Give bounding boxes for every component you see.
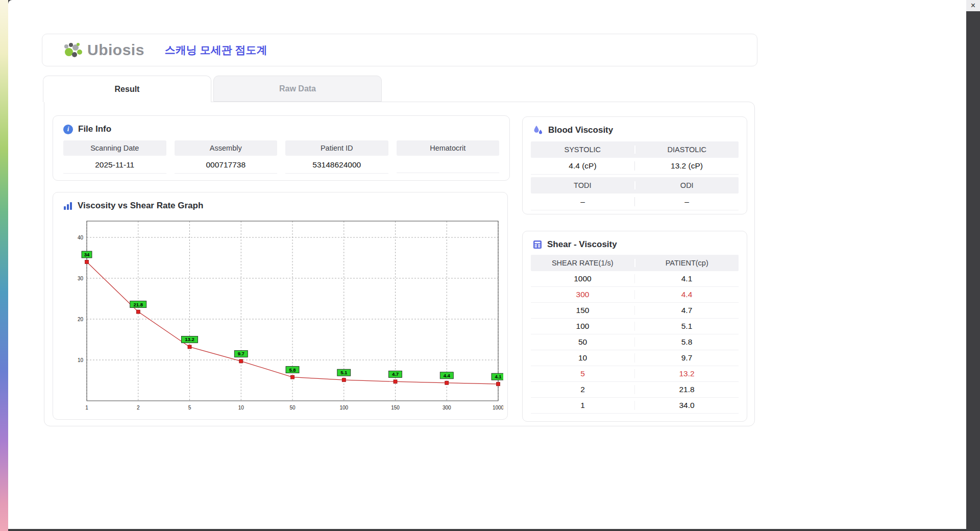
- bv-header-row: SYSTOLIC DIASTOLIC: [531, 141, 739, 158]
- shear-viscosity-title: Shear - Viscosity: [547, 239, 617, 250]
- file-info-card: i File Info Scanning Date 2025-11-11 Ass…: [53, 115, 510, 181]
- desktop-edge-right: [966, 0, 980, 531]
- field-value: 53148624000: [285, 156, 388, 174]
- svg-text:10: 10: [78, 357, 84, 363]
- titlebar-close-area: ×: [966, 0, 980, 11]
- sv-patient: 4.7: [635, 306, 739, 315]
- bv-label-todi: TODI: [531, 181, 635, 189]
- svg-text:4.1: 4.1: [495, 374, 502, 379]
- svg-text:1000: 1000: [493, 405, 503, 411]
- bv-header-row: TODI ODI: [531, 177, 739, 194]
- svg-text:150: 150: [391, 405, 400, 411]
- table-row: 100 5.1: [531, 319, 739, 334]
- sv-patient: 4.1: [635, 274, 739, 283]
- ubiosis-logo: Ubiosis: [63, 40, 144, 60]
- file-info-field: Scanning Date 2025-11-11: [63, 140, 166, 174]
- svg-text:10: 10: [238, 405, 244, 411]
- bar-chart-icon: [63, 201, 72, 210]
- svg-text:5.8: 5.8: [289, 367, 296, 373]
- sv-patient: 4.4: [635, 290, 739, 299]
- sv-patient: 5.1: [635, 322, 739, 331]
- shear-viscosity-header: Shear - Viscosity: [523, 231, 747, 250]
- sv-shear: 150: [531, 306, 635, 315]
- svg-text:5.1: 5.1: [340, 370, 348, 375]
- sv-col-shear-rate: SHEAR RATE(1/s): [531, 259, 635, 267]
- file-info-title: File Info: [78, 124, 111, 134]
- sv-patient: 21.8: [635, 385, 739, 394]
- svg-text:34: 34: [84, 252, 90, 257]
- svg-text:30: 30: [78, 276, 84, 281]
- sv-shear: 1: [531, 401, 635, 410]
- svg-text:50: 50: [289, 405, 296, 411]
- svg-text:1: 1: [85, 405, 88, 411]
- file-info-field: Hematocrit: [397, 140, 500, 174]
- field-label: Assembly: [175, 140, 278, 156]
- blood-viscosity-header: Blood Viscosity: [523, 117, 747, 135]
- svg-text:5: 5: [188, 405, 191, 411]
- table-row: 150 4.7: [531, 303, 739, 319]
- table-row: 10 9.7: [531, 350, 739, 366]
- table-row: 1 34.0: [531, 398, 739, 414]
- tab-raw-data[interactable]: Raw Data: [213, 76, 382, 102]
- bv-label-diastolic: DIASTOLIC: [635, 146, 739, 154]
- sv-shear: 300: [531, 290, 635, 299]
- svg-text:9.7: 9.7: [238, 351, 244, 356]
- bv-value-todi: –: [531, 197, 635, 206]
- graph-title: Viscosity vs Shear Rate Graph: [78, 201, 203, 211]
- svg-text:13.2: 13.2: [185, 336, 194, 342]
- droplets-icon: [533, 125, 543, 135]
- blood-viscosity-card: Blood Viscosity SYSTOLIC DIASTOLIC 4.4 (…: [522, 116, 747, 214]
- logo-text: Ubiosis: [87, 41, 144, 59]
- svg-text:2: 2: [137, 405, 140, 411]
- bv-label-odi: ODI: [635, 181, 739, 189]
- app-window: Ubiosis 스캐닝 모세관 점도계 Result Raw Data i Fi…: [8, 0, 966, 529]
- sv-patient: 9.7: [635, 353, 739, 363]
- field-value: [397, 156, 500, 173]
- sv-col-patient: PATIENT(cp): [635, 259, 739, 267]
- sv-shear: 50: [531, 337, 635, 347]
- sv-patient: 5.8: [635, 337, 739, 347]
- bv-value-systolic: 4.4 (cP): [531, 161, 635, 171]
- table-row: 50 5.8: [531, 334, 739, 350]
- field-value: 000717738: [175, 156, 278, 174]
- sv-shear: 2: [531, 385, 635, 394]
- tab-bar: Result Raw Data: [43, 76, 382, 102]
- logo-dots-icon: [63, 40, 84, 60]
- sv-shear: 100: [531, 322, 635, 331]
- graph-header: Viscosity vs Shear Rate Graph: [53, 192, 507, 211]
- bv-value-odi: –: [635, 197, 739, 206]
- field-value: 2025-11-11: [63, 156, 166, 174]
- sv-shear: 5: [531, 369, 635, 378]
- viscosity-chart: 10203040125105010015030010003421.813.29.…: [66, 217, 507, 417]
- field-label: Hematocrit: [397, 140, 500, 156]
- svg-text:21.8: 21.8: [134, 302, 143, 307]
- table-row: 2 21.8: [531, 382, 739, 398]
- result-panel: i File Info Scanning Date 2025-11-11 Ass…: [44, 102, 755, 426]
- viscosity-chart-svg: 10203040125105010015030010003421.813.29.…: [66, 217, 503, 415]
- svg-text:20: 20: [78, 317, 84, 322]
- svg-text:4.7: 4.7: [392, 371, 399, 377]
- shear-viscosity-table: SHEAR RATE(1/s) PATIENT(cp) 1000 4.1 300…: [531, 255, 739, 414]
- sv-shear: 1000: [531, 274, 635, 283]
- field-label: Scanning Date: [63, 140, 166, 156]
- file-info-header: i File Info: [53, 116, 509, 134]
- bv-value-row: – –: [531, 194, 739, 210]
- bv-value-row: 4.4 (cP) 13.2 (cP): [531, 158, 739, 175]
- graph-card: Viscosity vs Shear Rate Graph 1020304012…: [53, 192, 508, 420]
- blood-viscosity-title: Blood Viscosity: [548, 125, 613, 135]
- info-icon: i: [63, 125, 73, 134]
- svg-text:100: 100: [339, 405, 348, 411]
- shear-viscosity-card: Shear - Viscosity SHEAR RATE(1/s) PATIEN…: [522, 231, 747, 422]
- table-row: 300 4.4: [531, 287, 739, 303]
- close-button[interactable]: ×: [971, 2, 975, 10]
- file-info-field: Patient ID 53148624000: [285, 140, 388, 174]
- field-label: Patient ID: [285, 140, 388, 156]
- file-info-field: Assembly 000717738: [175, 140, 278, 174]
- desktop-wallpaper-edge: [0, 0, 8, 531]
- tab-result[interactable]: Result: [43, 76, 211, 102]
- svg-text:40: 40: [78, 235, 84, 240]
- file-info-grid: Scanning Date 2025-11-11 Assembly 000717…: [53, 134, 509, 174]
- bv-label-systolic: SYSTOLIC: [531, 146, 635, 154]
- sv-patient: 13.2: [635, 369, 739, 378]
- blood-viscosity-table: SYSTOLIC DIASTOLIC 4.4 (cP) 13.2 (cP) TO…: [523, 135, 747, 210]
